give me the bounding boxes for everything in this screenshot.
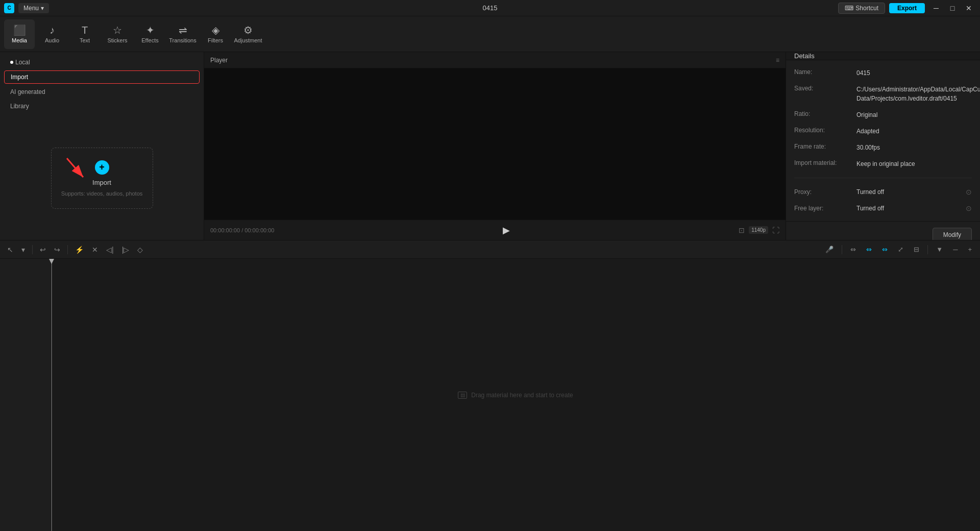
sidebar-item-library[interactable]: Library	[4, 100, 200, 112]
left-panel-content: + Import Supports: videos, audios, photo…	[0, 116, 204, 240]
logo-icon: C	[4, 3, 14, 13]
add-marker-button[interactable]: ◇	[134, 244, 146, 256]
toolbar-separator-2	[67, 245, 68, 254]
detail-label-saved: Saved:	[794, 85, 850, 92]
toolbar-item-label-audio: Audio	[45, 37, 59, 43]
local-dot-icon	[10, 61, 13, 64]
toolbar-item-adjustment[interactable]: ⚙ Adjustment	[233, 19, 263, 49]
proxy-toggle-icon[interactable]: ⊙	[966, 188, 972, 196]
detail-value-free-layer: Turned off	[856, 204, 960, 213]
captions-button[interactable]: ⊟	[910, 244, 923, 255]
sidebar-item-ai-generated[interactable]: AI generated	[4, 86, 200, 98]
detail-row-saved: Saved: C:/Users/Administrator/AppData/Lo…	[794, 85, 972, 103]
shortcut-label: Shortcut	[855, 5, 878, 12]
import-plus-icon: +	[95, 160, 109, 175]
drop-zone-text: Drag material here and start to create	[471, 392, 573, 399]
sidebar-item-import[interactable]: Import	[4, 70, 200, 84]
sidebar-item-local[interactable]: Local	[4, 56, 200, 68]
fullscreen-icon[interactable]: ⛶	[772, 226, 779, 234]
export-label: Export	[897, 5, 917, 12]
toolbar: ⬛ Media ♪ Audio T Text ☆ Stickers ✦ Effe…	[0, 16, 980, 52]
menu-button[interactable]: Menu ▾	[18, 3, 49, 13]
tool-dropdown-button[interactable]: ▾	[18, 244, 28, 256]
zoom-in-button[interactable]: +	[964, 244, 976, 255]
detail-label-resolution: Resolution:	[794, 127, 850, 134]
title-bar-left: C Menu ▾	[4, 3, 49, 13]
shortcut-button[interactable]: ⌨ Shortcut	[838, 3, 885, 14]
transitions-icon: ⇌	[179, 25, 187, 35]
snap-button[interactable]: ⤢	[894, 244, 908, 255]
toolbar-item-label-stickers: Stickers	[107, 37, 127, 43]
link-audio-button[interactable]: ⇔	[862, 244, 876, 255]
toolbar-item-stickers[interactable]: ☆ Stickers	[102, 19, 133, 49]
audio-icon: ♪	[50, 25, 55, 35]
volume-button[interactable]: ▼	[932, 244, 947, 255]
time-end: 00:00:00:00	[244, 227, 274, 233]
toolbar-item-effects[interactable]: ✦ Effects	[135, 19, 165, 49]
window-controls: ─ □ ✕	[929, 3, 976, 14]
minimize-button[interactable]: ─	[929, 3, 943, 14]
effects-icon: ✦	[146, 25, 155, 35]
time-display: 00:00:00:00 / 00:00:00:00	[210, 227, 274, 233]
select-tool-button[interactable]: ↖	[4, 244, 16, 256]
player-label: Player	[210, 57, 228, 64]
adjustment-icon: ⚙	[243, 25, 253, 35]
restore-button[interactable]: □	[945, 3, 960, 14]
detail-row-framerate: Frame rate: 30.00fps	[794, 143, 972, 152]
filters-icon: ◈	[212, 25, 219, 35]
export-button[interactable]: Export	[889, 3, 925, 13]
import-drop-zone[interactable]: + Import Supports: videos, audios, photo…	[51, 148, 153, 209]
play-button[interactable]: ▶	[503, 225, 510, 236]
svg-line-1	[67, 158, 83, 177]
toolbar-item-label-effects: Effects	[141, 37, 158, 43]
detail-row-proxy: Proxy: Turned off ⊙	[794, 187, 972, 197]
fit-icon[interactable]: ⊡	[739, 226, 745, 234]
link-all-button[interactable]: ⇔	[846, 244, 860, 255]
timeline-toolbar: ↖ ▾ ↩ ↪ ⚡ ✕ ◁| |▷ ◇ 🎤 ⇔ ⇔ ⇔ ⤢ ⊟ ▼ ─ +	[0, 240, 980, 259]
timeline-playhead	[51, 259, 52, 531]
toolbar-separator-1	[32, 245, 33, 254]
toolbar-item-text[interactable]: T Text	[69, 19, 100, 49]
redo-button[interactable]: ↪	[51, 244, 63, 256]
detail-row-resolution: Resolution: Adapted	[794, 127, 972, 136]
free-layer-toggle-icon[interactable]: ⊙	[966, 204, 972, 212]
detail-label-name: Name:	[794, 68, 850, 76]
modify-button[interactable]: Modify	[933, 228, 972, 240]
toolbar-item-label-adjustment: Adjustment	[234, 37, 262, 43]
details-body: Name: 0415 Saved: C:/Users/Administrator…	[786, 60, 980, 221]
toolbar-separator-4	[927, 245, 928, 254]
detail-row-ratio: Ratio: Original	[794, 110, 972, 119]
close-button[interactable]: ✕	[962, 3, 976, 14]
details-header: Details	[786, 52, 980, 60]
toolbar-item-label-media: Media	[12, 37, 27, 43]
delete-button[interactable]: ✕	[89, 244, 101, 256]
media-icon: ⬛	[13, 25, 26, 35]
split-button[interactable]: ⚡	[72, 244, 87, 256]
toolbar-item-media[interactable]: ⬛ Media	[4, 19, 35, 49]
zoom-out-button[interactable]: ─	[949, 244, 962, 255]
detail-label-framerate: Frame rate:	[794, 143, 850, 150]
detail-row-name: Name: 0415	[794, 68, 972, 78]
menu-arrow-icon: ▾	[41, 5, 44, 12]
toolbar-item-transitions[interactable]: ⇌ Transitions	[167, 19, 198, 49]
left-panel: Local Import AI generated Library	[0, 52, 204, 240]
toolbar-item-audio[interactable]: ♪ Audio	[37, 19, 67, 49]
details-title: Details	[794, 52, 815, 60]
sidebar-item-label-library: Library	[10, 103, 29, 110]
detail-label-import-material: Import material:	[794, 159, 850, 166]
keyboard-icon: ⌨	[845, 5, 853, 12]
mic-button[interactable]: 🎤	[821, 244, 838, 255]
detail-label-ratio: Ratio:	[794, 110, 850, 117]
title-bar-right: ⌨ Shortcut Export ─ □ ✕	[838, 3, 976, 14]
toolbar-item-label-filters: Filters	[208, 37, 223, 43]
import-label: Import	[92, 179, 111, 186]
link-video-button[interactable]: ⇔	[878, 244, 892, 255]
trim-right-button[interactable]: |▷	[119, 244, 133, 256]
detail-value-resolution: Adapted	[856, 127, 972, 136]
trim-left-button[interactable]: ◁|	[103, 244, 117, 256]
text-icon: T	[82, 25, 88, 35]
undo-button[interactable]: ↩	[37, 244, 49, 256]
toolbar-item-filters[interactable]: ◈ Filters	[200, 19, 231, 49]
player-right-buttons: ⊡ 1140p ⛶	[739, 226, 779, 234]
detail-label-free-layer: Free layer:	[794, 205, 850, 212]
